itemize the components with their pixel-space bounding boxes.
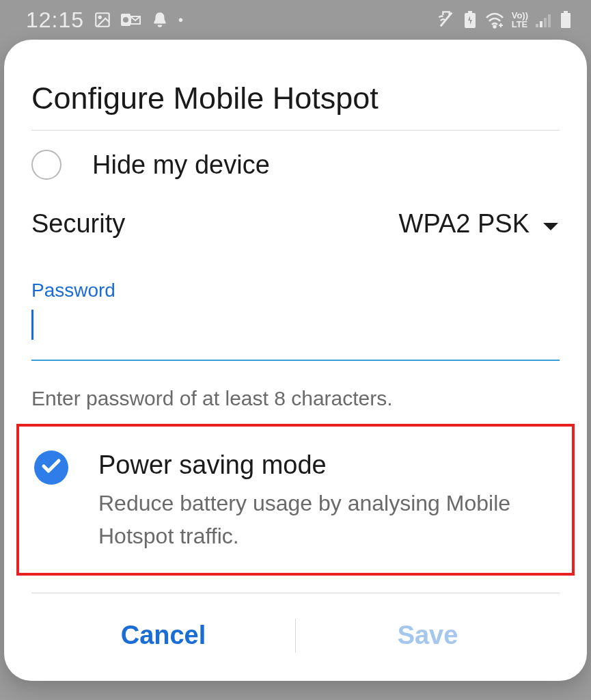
status-left: 12:15 • [26, 8, 183, 33]
wifi-icon [484, 11, 505, 29]
svg-point-3 [123, 17, 128, 23]
signal-icon [535, 12, 553, 28]
power-saving-text: Power saving mode Reduce battery usage b… [98, 450, 557, 552]
svg-rect-10 [548, 14, 551, 27]
chevron-down-icon [542, 209, 560, 239]
status-time: 12:15 [26, 8, 84, 33]
svg-point-6 [493, 26, 495, 28]
svg-rect-9 [544, 18, 547, 27]
vibrate-icon [437, 10, 456, 29]
status-bar: 12:15 • [0, 0, 591, 40]
security-row[interactable]: Security WPA2 PSK [4, 199, 587, 259]
power-saving-row[interactable]: Power saving mode Reduce battery usage b… [34, 450, 557, 552]
status-right: Vo))LTE [437, 10, 572, 29]
image-icon [94, 11, 111, 29]
svg-rect-8 [540, 21, 542, 27]
password-label: Password [31, 280, 560, 301]
security-label: Security [31, 209, 125, 239]
security-value-text: WPA2 PSK [399, 209, 530, 239]
security-dropdown[interactable]: WPA2 PSK [399, 209, 560, 239]
outlook-icon [121, 12, 141, 28]
battery-icon [560, 10, 572, 29]
highlight-annotation: Power saving mode Reduce battery usage b… [16, 424, 575, 576]
power-saving-checkbox[interactable] [34, 450, 68, 485]
power-saving-description: Reduce battery usage by analysing Mobile… [98, 487, 557, 552]
svg-rect-11 [561, 13, 571, 28]
modal-header: Configure Mobile Hotspot [4, 81, 587, 131]
modal-title: Configure Mobile Hotspot [31, 81, 560, 131]
volte-icon: Vo))LTE [512, 11, 528, 29]
password-input[interactable] [31, 314, 560, 339]
power-saving-title: Power saving mode [98, 450, 557, 480]
password-input-wrap[interactable] [31, 301, 560, 361]
dot-icon: • [178, 12, 183, 28]
text-cursor [31, 310, 33, 340]
check-icon [41, 458, 61, 477]
battery-saver-icon [463, 10, 478, 29]
password-section: Password [4, 259, 587, 375]
svg-point-1 [99, 16, 101, 18]
save-button[interactable]: Save [296, 610, 560, 660]
hotspot-config-modal: Configure Mobile Hotspot Hide my device … [4, 40, 587, 681]
hide-device-label: Hide my device [92, 150, 270, 180]
svg-rect-7 [536, 24, 538, 27]
cancel-button[interactable]: Cancel [31, 610, 295, 660]
footer-buttons: Cancel Save [4, 593, 587, 660]
hide-device-checkbox[interactable] [31, 150, 61, 180]
svg-rect-12 [564, 11, 568, 13]
notification-icon [151, 11, 169, 29]
password-hint: Enter password of at least 8 characters. [4, 375, 587, 410]
svg-rect-5 [468, 11, 472, 13]
hide-device-row[interactable]: Hide my device [4, 131, 587, 199]
